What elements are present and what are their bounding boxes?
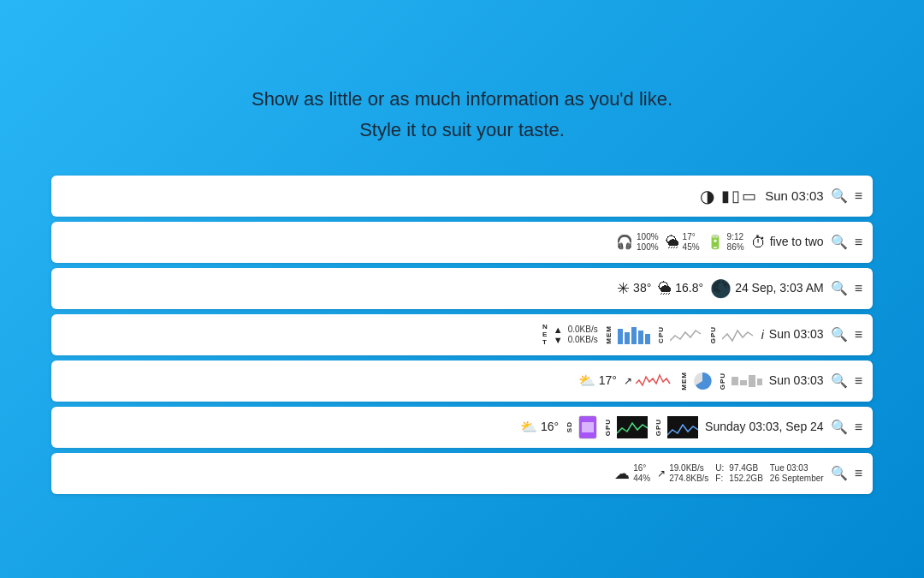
rect-filled: ▮▯▭ [721, 188, 758, 204]
menu-icon-bar3[interactable]: ≡ [855, 281, 862, 296]
bar3-datetime: 24 Sep, 3:03 AM [735, 281, 824, 295]
gpu2-chart-svg [667, 416, 698, 438]
tagline: Show as little or as much information as… [252, 84, 672, 144]
mem-chart-svg [618, 325, 650, 344]
time-display: Sun 03:03 [765, 188, 823, 204]
weather-group-bar6: ⛅ 16° [520, 420, 559, 434]
net-down-arrow: ▼ [554, 335, 563, 345]
headphone-group: 🎧 100% 100% [616, 232, 659, 253]
headphone-icon: 🎧 [616, 235, 633, 249]
gpu-chart-svg [722, 325, 755, 344]
half-moon-icon: ◑ [700, 188, 714, 205]
svg-rect-9 [757, 378, 762, 385]
sd-chart-svg [578, 415, 597, 439]
net-arrows: ▲ ▼ [554, 325, 563, 345]
bar1-datetime: Sun 03:03 [765, 188, 823, 204]
search-icon-bar5[interactable]: 🔍 [831, 372, 848, 389]
gpu-group: GPU [709, 325, 755, 344]
cpu-group: CPU [657, 325, 702, 344]
net-group: NET ▲ ▼ 0.0KB/s 0.0KB/s [542, 323, 598, 346]
disk-used-bar7: 97.4GB [729, 463, 758, 474]
mem-pie-svg [693, 372, 712, 390]
weather-group-bar3: 🌦 16.8° [658, 281, 703, 295]
bat-time: 9:12 [727, 232, 743, 242]
spoken-time: five to two [770, 235, 824, 249]
sd-label-bar6: SD [566, 421, 573, 432]
weather-stacked: 17° 45% [683, 232, 700, 253]
datetime-group-bar6: Sunday 03:03, Sep 24 [705, 420, 824, 434]
menubar-1: ◑ ▮▯▭ Sun 03:03 🔍 ≡ [51, 176, 873, 217]
svg-rect-0 [618, 329, 623, 344]
cloud-icon-bar7: ☁ [614, 466, 630, 481]
rects-icon: ▮▯▭ [721, 188, 758, 204]
battery-group: 🔋 9:12 86% [707, 232, 744, 253]
net-up-arrow: ▲ [554, 325, 563, 335]
volume-stacked: 100% 100% [637, 232, 659, 253]
menubar-7: ☁ 16° 44% ↗ 19.0KB/s 274.8KB/s U: F: 97.… [51, 453, 873, 494]
bat-pct: 86% [727, 242, 744, 253]
search-icon-bar2[interactable]: 🔍 [831, 234, 848, 250]
disk-free-label: F: [715, 474, 723, 484]
disk-group-bar7: U: F: 97.4GB 152.2GB [715, 463, 762, 484]
weather-temp-bar3: 16.8° [675, 281, 703, 295]
search-icon-bar4[interactable]: 🔍 [831, 326, 848, 343]
weather-group-bar5: ⛅ 17° [578, 373, 617, 388]
net-down-bar7: 274.8KB/s [669, 474, 708, 484]
info-icon: i [761, 328, 764, 342]
net-up-bar7: 19.0KB/s [669, 463, 704, 474]
svg-rect-4 [645, 334, 650, 344]
menu-icon-bar2[interactable]: ≡ [855, 235, 862, 250]
gpu1-label-bar6: GPU [604, 419, 612, 436]
weather-temp-bar2: 17° [683, 232, 696, 242]
menubar-5: ⛅ 17° ↗ MEM GPU [51, 361, 873, 402]
moon-phase: ◑ [700, 188, 714, 205]
cpu-vert-label: CPU [657, 326, 665, 343]
menu-icon-bar5[interactable]: ≡ [855, 373, 862, 389]
mem-vert-label-bar5: MEM [680, 372, 688, 390]
mem-vert-label: MEM [605, 325, 613, 344]
battery-stacked: 9:12 86% [727, 232, 744, 253]
net-wave-group: ↗ [624, 372, 673, 390]
net-wave-svg [636, 372, 673, 390]
net-speeds: 0.0KB/s 0.0KB/s [568, 325, 598, 345]
weather-temp-bar7: 16° [633, 463, 646, 474]
gpu-vert-label: GPU [709, 326, 717, 343]
battery-icon-bar2: 🔋 [707, 235, 724, 249]
disk-free-bar7: 152.2GB [729, 474, 762, 484]
menubar-3: ✳ 38° 🌦 16.8° 🌑 24 Sep, 3:03 AM 🔍 ≡ [51, 268, 873, 309]
search-icon-bar1[interactable]: 🔍 [831, 188, 848, 204]
spoken-time-group: ⏱ five to two [751, 235, 824, 250]
bar7-time: Tue 03:03 [770, 463, 808, 474]
weather-temp-bar5: 17° [599, 373, 617, 388]
weather-group: 🌦 17° 45% [666, 232, 700, 253]
net-vert-label: NET [542, 323, 548, 346]
weather-icon-bar3: 🌦 [658, 282, 672, 295]
bar5-datetime: Sun 03:03 [769, 373, 824, 388]
net-arrow-bar7: ↗ [657, 468, 666, 480]
menu-icon-bar6[interactable]: ≡ [855, 420, 862, 435]
vol-top: 100% [637, 232, 659, 242]
weather-icon-bar2: 🌦 [666, 235, 679, 249]
svg-rect-8 [749, 375, 755, 387]
datetime-group-bar7: Tue 03:03 26 September [770, 463, 824, 484]
menu-icon-bar7[interactable]: ≡ [855, 466, 862, 481]
search-icon-bar7[interactable]: 🔍 [831, 465, 848, 481]
mem-pie-group: MEM [680, 372, 712, 390]
datetime-stacked-bar7: Tue 03:03 26 September [770, 463, 824, 484]
disk-values-bar7: 97.4GB 152.2GB [729, 463, 762, 484]
svg-rect-11 [582, 422, 594, 432]
disk-labels-bar7: U: F: [715, 463, 724, 484]
gpu-vert-label-bar5: GPU [719, 372, 726, 390]
net-arrow-bar5: ↗ [624, 375, 632, 387]
svg-rect-12 [617, 416, 648, 438]
sd-group: SD [566, 415, 597, 439]
search-icon-bar3[interactable]: 🔍 [831, 280, 848, 296]
menu-icon-bar4[interactable]: ≡ [855, 327, 862, 343]
net-down-speed: 0.0KB/s [568, 335, 598, 345]
menu-icon-bar1[interactable]: ≡ [855, 188, 862, 204]
svg-rect-6 [732, 377, 738, 385]
fan-temp-bar3: 38° [633, 281, 651, 295]
svg-rect-1 [625, 332, 630, 344]
datetime-group-bar5: Sun 03:03 [769, 373, 824, 388]
search-icon-bar6[interactable]: 🔍 [831, 419, 848, 435]
